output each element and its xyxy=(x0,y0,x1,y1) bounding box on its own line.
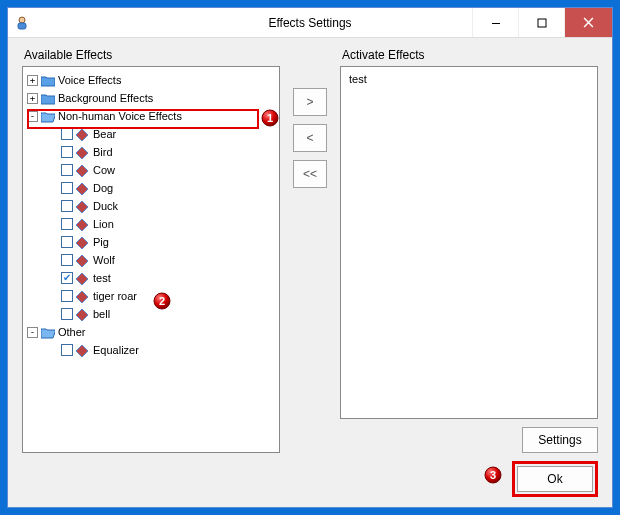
svg-rect-3 xyxy=(538,19,546,27)
add-button[interactable]: > xyxy=(293,88,327,116)
checkbox[interactable] xyxy=(61,290,73,302)
tree-item-label: bell xyxy=(93,305,110,323)
window: Effects Settings Available Effects xyxy=(7,7,613,508)
close-button[interactable] xyxy=(564,8,612,37)
list-item[interactable]: test xyxy=(345,71,593,87)
effect-icon xyxy=(76,146,90,158)
tree-category-voice[interactable]: + Voice Effects xyxy=(27,71,275,89)
minimize-button[interactable] xyxy=(472,8,518,37)
activate-list[interactable]: test xyxy=(340,66,598,419)
available-label: Available Effects xyxy=(22,48,280,62)
tree-item-test[interactable]: ✔test xyxy=(47,269,275,287)
tree-item[interactable]: tiger roar xyxy=(47,287,275,305)
tree-label: Non-human Voice Effects xyxy=(58,107,182,125)
tree-item-label: Dog xyxy=(93,179,113,197)
activate-label: Activate Effects xyxy=(340,48,598,62)
available-tree[interactable]: + Voice Effects + xyxy=(22,66,280,453)
tree-category-nonhuman[interactable]: - Non-human Voice Effects xyxy=(27,107,275,125)
activate-effects-pane: Activate Effects test Settings xyxy=(340,48,598,453)
effect-icon xyxy=(76,236,90,248)
maximize-button[interactable] xyxy=(518,8,564,37)
tree-item[interactable]: Cow xyxy=(47,161,275,179)
checkbox-checked[interactable]: ✔ xyxy=(61,272,73,284)
tree-item-label: Bear xyxy=(93,125,116,143)
checkbox[interactable] xyxy=(61,236,73,248)
tree-category-background[interactable]: + Background Effects xyxy=(27,89,275,107)
checkbox[interactable] xyxy=(61,128,73,140)
window-controls xyxy=(472,8,612,37)
client-area: Available Effects + Voice Effects xyxy=(8,38,612,507)
transfer-buttons: > < << xyxy=(290,48,330,453)
tree-item[interactable]: Lion xyxy=(47,215,275,233)
checkbox[interactable] xyxy=(61,146,73,158)
collapse-icon[interactable]: - xyxy=(27,111,38,122)
svg-rect-2 xyxy=(492,23,500,24)
tree-item[interactable]: Wolf xyxy=(47,251,275,269)
effect-icon xyxy=(76,164,90,176)
bottom-buttons: 3 Ok xyxy=(22,461,598,497)
columns: Available Effects + Voice Effects xyxy=(22,48,598,453)
folder-open-icon xyxy=(41,110,55,122)
effect-icon xyxy=(76,200,90,212)
effect-icon xyxy=(76,308,90,320)
tree-item-label: test xyxy=(93,269,111,287)
effect-icon xyxy=(76,128,90,140)
tree-item-label: tiger roar xyxy=(93,287,137,305)
effect-icon xyxy=(76,272,90,284)
tree-item[interactable]: Dog xyxy=(47,179,275,197)
folder-icon xyxy=(41,74,55,86)
equalizer-icon xyxy=(76,344,90,356)
titlebar: Effects Settings xyxy=(8,8,612,38)
tree-category-other[interactable]: - Other xyxy=(27,323,275,341)
tree-item[interactable]: Equalizer xyxy=(47,341,275,359)
expand-icon[interactable]: + xyxy=(27,75,38,86)
effect-icon xyxy=(76,254,90,266)
tree-item-label: Equalizer xyxy=(93,341,139,359)
svg-point-0 xyxy=(19,17,25,23)
expand-icon[interactable]: + xyxy=(27,93,38,104)
tree-label: Voice Effects xyxy=(58,71,121,89)
checkbox[interactable] xyxy=(61,308,73,320)
tree-item-label: Cow xyxy=(93,161,115,179)
remove-all-button[interactable]: << xyxy=(293,160,327,188)
checkbox[interactable] xyxy=(61,254,73,266)
effect-icon xyxy=(76,182,90,194)
tree-item[interactable]: bell xyxy=(47,305,275,323)
folder-open-icon xyxy=(41,326,55,338)
svg-text:3: 3 xyxy=(490,469,496,481)
app-icon xyxy=(14,15,30,31)
tree-item[interactable]: Bird xyxy=(47,143,275,161)
checkbox[interactable] xyxy=(61,218,73,230)
tree-item-label: Lion xyxy=(93,215,114,233)
effects-tree: + Voice Effects + xyxy=(27,71,275,359)
tree-item-label: Duck xyxy=(93,197,118,215)
svg-point-8 xyxy=(485,467,501,483)
tree-label: Other xyxy=(58,323,86,341)
checkbox[interactable] xyxy=(61,164,73,176)
tree-item-label: Bird xyxy=(93,143,113,161)
effect-icon xyxy=(76,290,90,302)
checkbox[interactable] xyxy=(61,182,73,194)
folder-icon xyxy=(41,92,55,104)
svg-rect-1 xyxy=(18,23,26,29)
available-effects-pane: Available Effects + Voice Effects xyxy=(22,48,280,453)
remove-button[interactable]: < xyxy=(293,124,327,152)
collapse-icon[interactable]: - xyxy=(27,327,38,338)
effect-icon xyxy=(76,218,90,230)
settings-button[interactable]: Settings xyxy=(522,427,598,453)
callout-3-icon: 3 xyxy=(484,466,502,484)
tree-item-label: Pig xyxy=(93,233,109,251)
checkbox[interactable] xyxy=(61,344,73,356)
tree-label: Background Effects xyxy=(58,89,153,107)
highlight-box-ok: Ok xyxy=(512,461,598,497)
tree-item-label: Wolf xyxy=(93,251,115,269)
tree-item[interactable]: Bear xyxy=(47,125,275,143)
tree-item[interactable]: Pig xyxy=(47,233,275,251)
checkbox[interactable] xyxy=(61,200,73,212)
tree-item[interactable]: Duck xyxy=(47,197,275,215)
ok-button[interactable]: Ok xyxy=(517,466,593,492)
